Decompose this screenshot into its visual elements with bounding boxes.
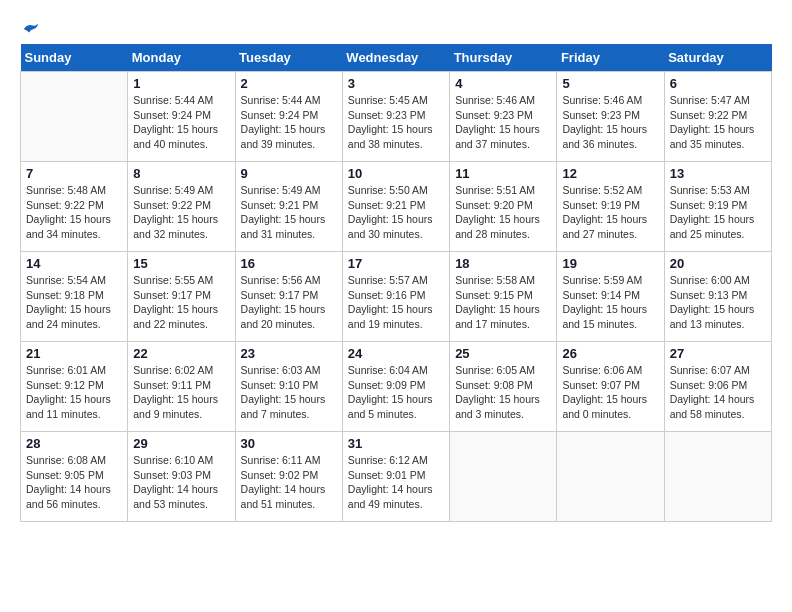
page-header — [20, 20, 772, 34]
day-info: Sunrise: 5:44 AM Sunset: 9:24 PM Dayligh… — [241, 93, 337, 152]
sunset-text: Sunset: 9:20 PM — [455, 198, 551, 213]
calendar-cell: 9 Sunrise: 5:49 AM Sunset: 9:21 PM Dayli… — [235, 162, 342, 252]
daylight-text: Daylight: 15 hours and 22 minutes. — [133, 302, 229, 331]
sunset-text: Sunset: 9:17 PM — [241, 288, 337, 303]
sunset-text: Sunset: 9:12 PM — [26, 378, 122, 393]
daylight-text: Daylight: 15 hours and 37 minutes. — [455, 122, 551, 151]
sunrise-text: Sunrise: 5:51 AM — [455, 183, 551, 198]
sunset-text: Sunset: 9:13 PM — [670, 288, 766, 303]
sunrise-text: Sunrise: 6:12 AM — [348, 453, 444, 468]
day-number: 23 — [241, 346, 337, 361]
calendar-cell: 13 Sunrise: 5:53 AM Sunset: 9:19 PM Dayl… — [664, 162, 771, 252]
calendar-week-row: 21 Sunrise: 6:01 AM Sunset: 9:12 PM Dayl… — [21, 342, 772, 432]
logo-bird-icon — [22, 20, 40, 38]
sunrise-text: Sunrise: 5:44 AM — [133, 93, 229, 108]
day-info: Sunrise: 6:11 AM Sunset: 9:02 PM Dayligh… — [241, 453, 337, 512]
daylight-text: Daylight: 15 hours and 40 minutes. — [133, 122, 229, 151]
day-info: Sunrise: 5:52 AM Sunset: 9:19 PM Dayligh… — [562, 183, 658, 242]
calendar-week-row: 7 Sunrise: 5:48 AM Sunset: 9:22 PM Dayli… — [21, 162, 772, 252]
sunset-text: Sunset: 9:21 PM — [348, 198, 444, 213]
daylight-text: Daylight: 15 hours and 13 minutes. — [670, 302, 766, 331]
sunrise-text: Sunrise: 5:49 AM — [133, 183, 229, 198]
day-info: Sunrise: 6:00 AM Sunset: 9:13 PM Dayligh… — [670, 273, 766, 332]
day-info: Sunrise: 5:45 AM Sunset: 9:23 PM Dayligh… — [348, 93, 444, 152]
sunrise-text: Sunrise: 6:02 AM — [133, 363, 229, 378]
calendar-cell: 23 Sunrise: 6:03 AM Sunset: 9:10 PM Dayl… — [235, 342, 342, 432]
sunset-text: Sunset: 9:14 PM — [562, 288, 658, 303]
day-number: 27 — [670, 346, 766, 361]
calendar-cell: 11 Sunrise: 5:51 AM Sunset: 9:20 PM Dayl… — [450, 162, 557, 252]
sunset-text: Sunset: 9:16 PM — [348, 288, 444, 303]
sunrise-text: Sunrise: 6:05 AM — [455, 363, 551, 378]
day-number: 16 — [241, 256, 337, 271]
day-number: 17 — [348, 256, 444, 271]
sunrise-text: Sunrise: 5:45 AM — [348, 93, 444, 108]
day-info: Sunrise: 6:06 AM Sunset: 9:07 PM Dayligh… — [562, 363, 658, 422]
sunrise-text: Sunrise: 6:06 AM — [562, 363, 658, 378]
calendar-cell: 31 Sunrise: 6:12 AM Sunset: 9:01 PM Dayl… — [342, 432, 449, 522]
calendar-cell: 27 Sunrise: 6:07 AM Sunset: 9:06 PM Dayl… — [664, 342, 771, 432]
day-number: 6 — [670, 76, 766, 91]
day-info: Sunrise: 5:49 AM Sunset: 9:21 PM Dayligh… — [241, 183, 337, 242]
day-info: Sunrise: 6:01 AM Sunset: 9:12 PM Dayligh… — [26, 363, 122, 422]
calendar-week-row: 1 Sunrise: 5:44 AM Sunset: 9:24 PM Dayli… — [21, 72, 772, 162]
calendar-cell: 19 Sunrise: 5:59 AM Sunset: 9:14 PM Dayl… — [557, 252, 664, 342]
sunrise-text: Sunrise: 6:01 AM — [26, 363, 122, 378]
day-number: 29 — [133, 436, 229, 451]
day-info: Sunrise: 5:58 AM Sunset: 9:15 PM Dayligh… — [455, 273, 551, 332]
sunset-text: Sunset: 9:23 PM — [455, 108, 551, 123]
sunset-text: Sunset: 9:09 PM — [348, 378, 444, 393]
day-number: 9 — [241, 166, 337, 181]
daylight-text: Daylight: 15 hours and 35 minutes. — [670, 122, 766, 151]
sunrise-text: Sunrise: 5:54 AM — [26, 273, 122, 288]
calendar-cell: 6 Sunrise: 5:47 AM Sunset: 9:22 PM Dayli… — [664, 72, 771, 162]
sunset-text: Sunset: 9:19 PM — [562, 198, 658, 213]
day-info: Sunrise: 5:57 AM Sunset: 9:16 PM Dayligh… — [348, 273, 444, 332]
day-info: Sunrise: 6:07 AM Sunset: 9:06 PM Dayligh… — [670, 363, 766, 422]
daylight-text: Daylight: 15 hours and 19 minutes. — [348, 302, 444, 331]
day-info: Sunrise: 6:05 AM Sunset: 9:08 PM Dayligh… — [455, 363, 551, 422]
calendar-cell: 4 Sunrise: 5:46 AM Sunset: 9:23 PM Dayli… — [450, 72, 557, 162]
sunrise-text: Sunrise: 5:48 AM — [26, 183, 122, 198]
sunset-text: Sunset: 9:05 PM — [26, 468, 122, 483]
calendar-cell: 17 Sunrise: 5:57 AM Sunset: 9:16 PM Dayl… — [342, 252, 449, 342]
day-number: 25 — [455, 346, 551, 361]
daylight-text: Daylight: 15 hours and 3 minutes. — [455, 392, 551, 421]
day-info: Sunrise: 5:46 AM Sunset: 9:23 PM Dayligh… — [562, 93, 658, 152]
sunset-text: Sunset: 9:21 PM — [241, 198, 337, 213]
calendar-cell: 30 Sunrise: 6:11 AM Sunset: 9:02 PM Dayl… — [235, 432, 342, 522]
weekday-header-sunday: Sunday — [21, 44, 128, 72]
daylight-text: Daylight: 15 hours and 32 minutes. — [133, 212, 229, 241]
sunrise-text: Sunrise: 5:49 AM — [241, 183, 337, 198]
sunset-text: Sunset: 9:23 PM — [562, 108, 658, 123]
daylight-text: Daylight: 15 hours and 30 minutes. — [348, 212, 444, 241]
calendar-cell: 15 Sunrise: 5:55 AM Sunset: 9:17 PM Dayl… — [128, 252, 235, 342]
daylight-text: Daylight: 15 hours and 36 minutes. — [562, 122, 658, 151]
day-info: Sunrise: 5:46 AM Sunset: 9:23 PM Dayligh… — [455, 93, 551, 152]
calendar-cell — [664, 432, 771, 522]
sunrise-text: Sunrise: 5:53 AM — [670, 183, 766, 198]
sunrise-text: Sunrise: 5:56 AM — [241, 273, 337, 288]
day-info: Sunrise: 6:04 AM Sunset: 9:09 PM Dayligh… — [348, 363, 444, 422]
sunset-text: Sunset: 9:08 PM — [455, 378, 551, 393]
calendar-table: SundayMondayTuesdayWednesdayThursdayFrid… — [20, 44, 772, 522]
calendar-cell: 7 Sunrise: 5:48 AM Sunset: 9:22 PM Dayli… — [21, 162, 128, 252]
calendar-cell: 22 Sunrise: 6:02 AM Sunset: 9:11 PM Dayl… — [128, 342, 235, 432]
calendar-cell: 21 Sunrise: 6:01 AM Sunset: 9:12 PM Dayl… — [21, 342, 128, 432]
daylight-text: Daylight: 15 hours and 24 minutes. — [26, 302, 122, 331]
calendar-cell: 14 Sunrise: 5:54 AM Sunset: 9:18 PM Dayl… — [21, 252, 128, 342]
calendar-week-row: 28 Sunrise: 6:08 AM Sunset: 9:05 PM Dayl… — [21, 432, 772, 522]
sunrise-text: Sunrise: 6:04 AM — [348, 363, 444, 378]
day-info: Sunrise: 6:10 AM Sunset: 9:03 PM Dayligh… — [133, 453, 229, 512]
sunset-text: Sunset: 9:10 PM — [241, 378, 337, 393]
daylight-text: Daylight: 15 hours and 17 minutes. — [455, 302, 551, 331]
calendar-cell: 1 Sunrise: 5:44 AM Sunset: 9:24 PM Dayli… — [128, 72, 235, 162]
weekday-header-friday: Friday — [557, 44, 664, 72]
daylight-text: Daylight: 14 hours and 58 minutes. — [670, 392, 766, 421]
daylight-text: Daylight: 14 hours and 49 minutes. — [348, 482, 444, 511]
day-info: Sunrise: 5:59 AM Sunset: 9:14 PM Dayligh… — [562, 273, 658, 332]
daylight-text: Daylight: 15 hours and 31 minutes. — [241, 212, 337, 241]
day-info: Sunrise: 5:44 AM Sunset: 9:24 PM Dayligh… — [133, 93, 229, 152]
calendar-cell: 29 Sunrise: 6:10 AM Sunset: 9:03 PM Dayl… — [128, 432, 235, 522]
daylight-text: Daylight: 15 hours and 25 minutes. — [670, 212, 766, 241]
